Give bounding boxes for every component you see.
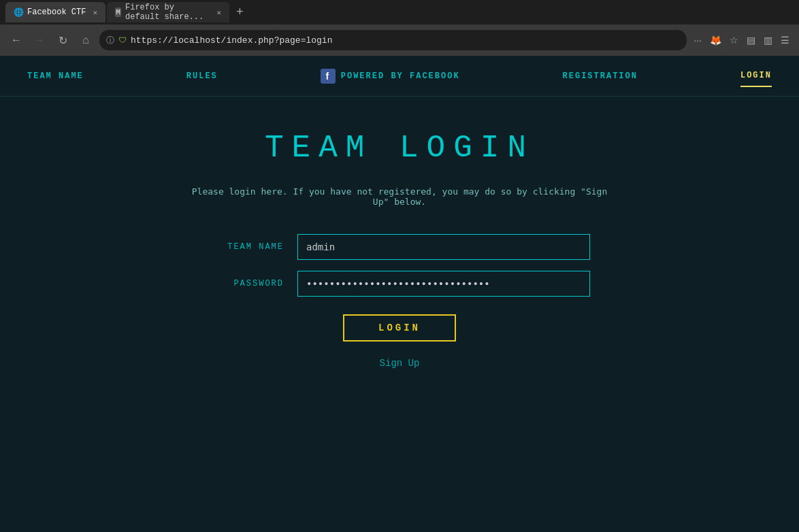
nav-rules[interactable]: RULES xyxy=(186,66,218,86)
login-button[interactable]: LOGIN xyxy=(343,314,456,342)
tab-label-2: Firefox by default share... xyxy=(125,3,210,22)
team-name-row: TEAM NAME xyxy=(209,234,590,260)
reload-button[interactable]: ↻ xyxy=(53,31,72,50)
more-button[interactable]: ··· xyxy=(691,32,704,48)
password-row: PASSWORD xyxy=(209,271,590,297)
bookmark-icon[interactable]: ☆ xyxy=(727,32,741,48)
tab-label-1: Facebook CTF xyxy=(27,7,86,17)
login-form: TEAM NAME PASSWORD LOGIN Sign Up xyxy=(0,234,799,369)
nav-registration[interactable]: REGISTRATION xyxy=(563,66,638,86)
tab-favicon-2: M xyxy=(115,7,121,17)
tab-facebook-ctf[interactable]: 🌐 Facebook CTF ✕ xyxy=(5,2,105,22)
sign-up-link[interactable]: Sign Up xyxy=(380,358,420,369)
toolbar: ← → ↻ ⌂ ⓘ 🛡 https://localhost/index.php?… xyxy=(0,24,799,56)
tab-close-1[interactable]: ✕ xyxy=(93,8,97,17)
library-icon[interactable]: ▤ xyxy=(744,32,758,48)
page-title: TEAM LOGIN xyxy=(265,131,534,166)
menu-icon[interactable]: ☰ xyxy=(778,32,792,48)
nav-logo[interactable]: f POWERED BY FACEBOOK xyxy=(321,69,460,84)
page-subtitle: Please login here. If you have not regis… xyxy=(189,186,610,207)
facebook-f: f xyxy=(325,71,330,82)
lock-icon: ⓘ xyxy=(106,35,114,46)
main-content: TEAM LOGIN Please login here. If you hav… xyxy=(0,97,799,369)
forward-button[interactable]: → xyxy=(30,31,49,50)
back-button[interactable]: ← xyxy=(7,31,26,50)
facebook-icon: f xyxy=(321,69,336,84)
team-name-input[interactable] xyxy=(297,234,590,260)
browser-chrome: 🌐 Facebook CTF ✕ M Firefox by default sh… xyxy=(0,0,799,56)
tab-firefox[interactable]: M Firefox by default share... ✕ xyxy=(107,2,229,22)
app-nav: TEAM NAME RULES f POWERED BY FACEBOOK RE… xyxy=(0,56,799,97)
sidebar-icon[interactable]: ▥ xyxy=(761,32,775,48)
toolbar-right: ··· 🦊 ☆ ▤ ▥ ☰ xyxy=(691,32,792,48)
address-bar[interactable]: ⓘ 🛡 https://localhost/index.php?page=log… xyxy=(99,30,687,50)
powered-by-text: POWERED BY FACEBOOK xyxy=(341,71,460,81)
tab-favicon-1: 🌐 xyxy=(14,7,23,17)
nav-play-ctf[interactable]: TEAM NAME xyxy=(27,66,84,86)
password-label: PASSWORD xyxy=(209,279,284,288)
home-button[interactable]: ⌂ xyxy=(76,31,95,50)
password-input[interactable] xyxy=(297,271,590,297)
team-name-label: TEAM NAME xyxy=(209,242,284,252)
new-tab-button[interactable]: + xyxy=(231,5,249,19)
shield-icon: 🛡 xyxy=(118,35,127,46)
nav-login[interactable]: LOGIN xyxy=(740,65,772,87)
tab-bar: 🌐 Facebook CTF ✕ M Firefox by default sh… xyxy=(0,0,799,24)
tab-close-2[interactable]: ✕ xyxy=(216,8,221,17)
address-text: https://localhost/index.php?page=login xyxy=(131,35,680,46)
pocket-icon[interactable]: 🦊 xyxy=(707,32,724,48)
